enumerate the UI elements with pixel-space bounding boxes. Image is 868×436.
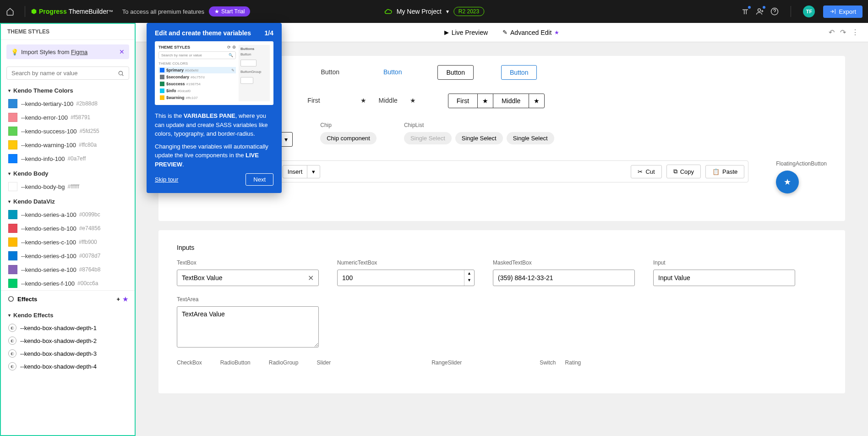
search-input[interactable] (11, 70, 118, 77)
color-series-f[interactable]: --kendo-series-f-100#00cc6a (6, 276, 129, 290)
export-button[interactable]: Export (823, 6, 863, 18)
color-tertiary[interactable]: --kendo-tertiary-100#2b88d8 (6, 97, 129, 110)
avatar[interactable]: TF (803, 6, 815, 17)
divider (791, 6, 791, 17)
btngroup-middle[interactable]: Middle (493, 94, 529, 108)
spin-down-icon[interactable]: ▼ (464, 277, 474, 284)
spinner: ▲ ▼ (464, 270, 474, 286)
input-field[interactable] (654, 274, 795, 281)
star-icon[interactable]: ★ (477, 94, 493, 108)
sidebar-scroll[interactable]: ▾Kendo Theme Colors --kendo-tertiary-100… (1, 83, 135, 435)
search-box[interactable] (6, 66, 129, 80)
textarea[interactable]: TextArea Value (177, 306, 319, 348)
tour-body-2: Changing these variables will automatica… (155, 142, 273, 169)
cut-button[interactable]: ✂ Cut (631, 165, 661, 178)
group-body[interactable]: ▾Kendo Body (6, 166, 129, 180)
figma-link[interactable]: Figma (71, 49, 87, 55)
paste-button[interactable]: 📋 Paste (705, 165, 744, 178)
insert-button[interactable]: Insert (283, 166, 308, 178)
button-group-outline: First ★ Middle ★ (448, 94, 545, 108)
typography-icon[interactable] (741, 7, 749, 16)
inputs-card: Inputs TextBox ✕ NumericTextBox (158, 230, 845, 393)
home-icon[interactable] (5, 7, 15, 16)
btngroup-middle[interactable]: Middle (371, 94, 406, 107)
chip[interactable]: Chip component (320, 132, 377, 144)
tour-image: THEME STYLES⟳ ⚙ Search by name or value🔍… (155, 41, 273, 105)
undo-icon[interactable]: ↶ (829, 28, 835, 37)
color-error[interactable]: --kendo-error-100#f58791 (6, 110, 129, 124)
redo-icon[interactable]: ↷ (840, 28, 846, 37)
add-effect-button[interactable]: + (116, 296, 120, 303)
inputs-title: Inputs (177, 244, 827, 251)
switch-label: Switch (540, 359, 556, 366)
slider-label: Slider (317, 359, 331, 366)
chevron-down-icon[interactable]: ▾ (446, 8, 449, 15)
button-outline[interactable]: Button (437, 65, 473, 80)
insert-split: Insert ▾ (283, 165, 321, 178)
copy-button[interactable]: ⧉ Copy (666, 165, 701, 178)
radiobutton-label: RadioButton (220, 359, 251, 366)
star-icon[interactable]: ★ (356, 94, 371, 107)
chip-item[interactable]: Single Select (507, 132, 554, 144)
tab-advanced-edit[interactable]: ✎ Advanced Edit ★ (500, 27, 562, 38)
svg-point-0 (758, 9, 761, 11)
button-outline-primary[interactable]: Button (501, 65, 537, 80)
chevron-down-icon[interactable]: ▾ (307, 166, 320, 178)
tab-live-preview[interactable]: ▶ Live Preview (442, 27, 491, 38)
plain-input[interactable] (653, 270, 795, 286)
close-icon[interactable]: ✕ (119, 48, 125, 55)
effects-section-header[interactable]: Effects + ★ (1, 290, 135, 307)
color-series-e[interactable]: --kendo-series-e-100#8764b8 (6, 263, 129, 276)
color-success[interactable]: --kendo-success-100#5fd255 (6, 124, 129, 138)
button-group-flat: ★ Middle ★ (356, 94, 420, 107)
project-name[interactable]: My New Project (397, 8, 442, 15)
color-series-b[interactable]: --kendo-series-b-100#e74856 (6, 221, 129, 235)
divider (25, 6, 25, 17)
button-flat[interactable]: Button (312, 65, 347, 79)
chip-item[interactable]: Single Select (455, 132, 503, 144)
masked-input[interactable] (493, 274, 634, 281)
numeric-input[interactable] (338, 274, 464, 281)
star-icon[interactable]: ★ (529, 94, 545, 108)
floating-action-button[interactable]: ★ (776, 171, 799, 193)
btngroup-first[interactable]: First (448, 94, 478, 108)
skip-tour-link[interactable]: Skip tour (155, 176, 178, 183)
clear-icon[interactable]: ✕ (303, 274, 318, 282)
button-link[interactable]: Button (375, 65, 410, 79)
next-button[interactable]: Next (246, 173, 273, 186)
pencil-icon: ✎ (502, 29, 508, 36)
import-figma-banner: 💡 Import Styles from Figma ✕ (6, 44, 129, 59)
input-block: Input (653, 259, 795, 286)
chip-disabled[interactable]: Single Select (404, 132, 452, 144)
color-info[interactable]: --kendo-info-100#0a7eff (6, 152, 129, 166)
spin-up-icon[interactable]: ▲ (464, 270, 474, 277)
star-icon[interactable]: ★ (405, 94, 420, 107)
rangeslider-label: RangeSlider (431, 359, 462, 366)
more-icon[interactable]: ⋮ (852, 28, 859, 37)
group-dataviz[interactable]: ▾Kendo DataViz (6, 193, 129, 208)
btngroup-first-flat[interactable]: First (299, 94, 328, 107)
group-theme-colors[interactable]: ▾Kendo Theme Colors (6, 83, 129, 97)
group-effects[interactable]: ▾Kendo Effects (6, 307, 129, 321)
numeric-block: NumericTextBox ▲ ▼ (337, 259, 475, 286)
tour-title: Edit and create theme variables (155, 29, 251, 37)
add-user-icon[interactable] (756, 7, 764, 16)
effect-depth-4[interactable]: ◐--kendo-box-shadow-depth-4 (6, 360, 129, 373)
color-body-bg[interactable]: --kendo-body-bg#ffffff (6, 180, 129, 193)
textbox[interactable]: ✕ (177, 270, 319, 286)
color-warning[interactable]: --kendo-warning-100#ffc80a (6, 138, 129, 152)
color-series-a[interactable]: --kendo-series-a-100#0099bc (6, 208, 129, 221)
numeric-textbox[interactable]: ▲ ▼ (337, 270, 475, 286)
color-series-c[interactable]: --kendo-series-c-100#ffb900 (6, 235, 129, 249)
textarea-block: TextArea TextArea Value (177, 296, 319, 349)
textbox-input[interactable] (177, 274, 303, 281)
color-series-d[interactable]: --kendo-series-d-100#0078d7 (6, 249, 129, 263)
masked-textbox[interactable] (493, 270, 635, 286)
start-trial-button[interactable]: ★Start Trial (209, 6, 250, 17)
version-badge[interactable]: R2 2023 (453, 7, 484, 16)
effect-depth-2[interactable]: ◐--kendo-box-shadow-depth-2 (6, 334, 129, 347)
effect-depth-1[interactable]: ◐--kendo-box-shadow-depth-1 (6, 321, 129, 334)
help-icon[interactable] (770, 7, 779, 16)
effect-depth-3[interactable]: ◐--kendo-box-shadow-depth-3 (6, 347, 129, 360)
chiplist-label: ChipList (404, 122, 554, 128)
